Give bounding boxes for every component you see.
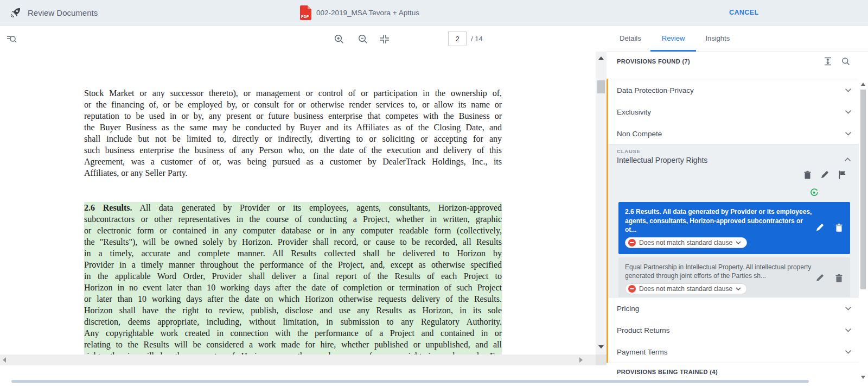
scroll-right-arrow-icon[interactable] <box>579 357 583 363</box>
match-status-label: Does not match standard clause <box>639 285 732 293</box>
review-documents-screen: Review Documents PDF 002-2019_MSA Tevora… <box>0 0 868 386</box>
provision-row-pricing[interactable]: Pricing <box>608 298 859 319</box>
provision-list-bottom: PricingProduct ReturnsPayment Terms <box>608 298 859 363</box>
doc-line-highlighted: in the applicable Word Order, Provider s… <box>84 270 502 282</box>
match-excerpt: Equal Partnership in Intellectual Proper… <box>625 263 814 281</box>
scrollbar-corner <box>596 355 607 365</box>
delete-clause-icon[interactable] <box>803 170 812 179</box>
doc-line: or the financing of, or be employed by, … <box>84 99 502 110</box>
doc-line-highlighted: relating to the Results will be consider… <box>84 339 502 350</box>
fit-to-screen-icon[interactable] <box>379 33 391 45</box>
provision-row-data-protection-privacy[interactable]: Data Protection-Privacy <box>608 79 859 101</box>
document-search-icon[interactable] <box>5 33 17 45</box>
doc-line-highlighted: Horizon shall have the right to review, … <box>84 305 502 316</box>
provision-list-top: Data Protection-PrivacyExclusivityNon Co… <box>608 79 859 144</box>
doc-line-highlighted: subcontractors or other representatives … <box>84 213 502 225</box>
zoom-in-icon[interactable] <box>333 33 345 45</box>
highlighted-paragraph: 2.6 Results. All data generated by Provi… <box>84 202 502 362</box>
delete-match-icon[interactable] <box>835 274 843 282</box>
train-provision-icon[interactable] <box>809 188 819 197</box>
horizontal-scrollbar[interactable] <box>0 355 596 365</box>
chevron-down-icon <box>845 306 852 311</box>
provision-label: Non Compete <box>617 130 662 138</box>
clause-title: Intellectual Property Rights <box>617 156 707 164</box>
search-icon[interactable] <box>841 57 850 66</box>
doc-line-highlighted: in a timely, accurate and complete manne… <box>84 248 502 259</box>
match-status-dropdown[interactable]: Does not match standard clause <box>625 283 747 294</box>
edit-match-icon[interactable] <box>816 223 824 232</box>
provisions-trained-header: PROVISIONS BEING TRAINED (4) <box>617 369 718 375</box>
pdf-file-icon: PDF <box>300 5 311 20</box>
provision-row-non-compete[interactable]: Non Compete <box>608 123 859 144</box>
document-paragraph: Stock Market or any successor thereto), … <box>84 87 502 179</box>
zoom-out-icon[interactable] <box>357 33 369 45</box>
chevron-down-icon <box>845 110 852 114</box>
scroll-down-arrow-icon[interactable] <box>861 376 865 379</box>
delete-match-icon[interactable] <box>835 223 843 232</box>
document-name: 002-2019_MSA Tevora + Apttus <box>316 9 419 17</box>
edit-match-icon[interactable] <box>816 274 824 282</box>
scroll-up-arrow-icon[interactable] <box>861 83 865 86</box>
scrollbar-thumb[interactable] <box>860 90 866 289</box>
doc-line-highlighted: or later than 10 working days after the … <box>84 293 502 305</box>
doc-line-highlighted: 2.6 Results. All data generated by Provi… <box>84 202 502 213</box>
clause-kicker: CLAUSE <box>617 148 641 154</box>
tab-insights[interactable]: Insights <box>705 26 730 51</box>
doc-line: the Buyer Business as the same may be co… <box>84 122 502 133</box>
topbar: Review Documents PDF 002-2019_MSA Tevora… <box>0 0 868 26</box>
doc-line-highlighted: discretion, deems appropriate, including… <box>84 316 502 327</box>
doc-line: Agreement, was a customer of or, was bei… <box>84 156 502 167</box>
document-page: Stock Market or any successor thereto), … <box>0 52 596 365</box>
clause-match-card[interactable]: Equal Partnership in Intellectual Proper… <box>618 257 850 300</box>
flag-clause-icon[interactable] <box>838 170 846 179</box>
review-panel: DetailsReviewInsights PROVISIONS FOUND (… <box>607 26 868 386</box>
doc-line: reputation to be used in or by, any pres… <box>84 110 502 122</box>
match-status-label: Does not match standard clause <box>639 239 732 246</box>
doc-line: Stock Market or any successor thereto), … <box>84 87 502 99</box>
chevron-down-icon <box>845 328 852 332</box>
scroll-left-arrow-icon[interactable] <box>3 357 6 363</box>
chevron-down-icon <box>845 88 852 92</box>
match-excerpt: 2.6 Results. All data generated by Provi… <box>625 207 814 235</box>
page-title: Review Documents <box>28 8 98 17</box>
provision-row-payment-terms[interactable]: Payment Terms <box>608 341 859 363</box>
doc-line-highlighted: or electronic form or contained in any c… <box>84 225 502 236</box>
scroll-up-arrow-icon[interactable] <box>598 56 604 60</box>
edit-clause-icon[interactable] <box>821 170 829 179</box>
provision-label: Pricing <box>617 305 639 313</box>
doc-line-highlighted: Provider in a timely manner throughout t… <box>84 259 502 270</box>
chevron-down-icon <box>736 241 741 244</box>
chevron-down-icon <box>845 131 852 136</box>
provision-label: Payment Terms <box>617 348 668 356</box>
doc-line-highlighted: Horizon in no event later than 10 workin… <box>84 282 502 293</box>
provisions-found-header: PROVISIONS FOUND (7) <box>617 58 690 65</box>
page-number-input[interactable] <box>448 31 467 46</box>
panel-vertical-scrollbar[interactable] <box>596 52 607 355</box>
cancel-button[interactable]: CANCEL <box>729 0 758 25</box>
scroll-to-provision-icon[interactable] <box>824 57 832 66</box>
window-vertical-scrollbar[interactable] <box>859 52 868 386</box>
no-match-icon <box>628 239 636 246</box>
provision-label: Data Protection-Privacy <box>617 86 694 94</box>
doc-line-highlighted: Any copyrightable work created in connec… <box>84 327 502 339</box>
match-status-dropdown[interactable]: Does not match standard clause <box>625 237 747 248</box>
scrollbar-thumb[interactable] <box>597 80 605 93</box>
window-bottom-scrollbar[interactable] <box>11 380 809 383</box>
panel-tabs: DetailsReviewInsights <box>607 26 868 52</box>
scroll-down-arrow-icon[interactable] <box>598 345 604 349</box>
doc-line-highlighted: the "Results"), will be owned solely by … <box>84 236 502 248</box>
doc-line: shall include but not be limited to, dir… <box>84 133 502 144</box>
viewer-toolbar: / 14 <box>0 26 596 52</box>
provision-row-product-returns[interactable]: Product Returns <box>608 319 859 341</box>
clause-match-card-selected[interactable]: 2.6 Results. All data generated by Provi… <box>618 202 850 254</box>
tab-review[interactable]: Review <box>662 26 685 51</box>
provision-row-exclusivity[interactable]: Exclusivity <box>608 101 859 123</box>
chevron-up-icon[interactable] <box>844 157 851 162</box>
chevron-down-icon <box>736 287 741 290</box>
clause-section-intellectual-property[interactable]: CLAUSE Intellectual Property Rights <box>608 144 859 298</box>
provision-label: Product Returns <box>617 326 670 334</box>
chevron-down-icon <box>845 350 852 354</box>
doc-line: Affiliates, or any Seller Party. <box>84 167 502 179</box>
doc-line: such business enterprise the business of… <box>84 144 502 156</box>
tab-details[interactable]: Details <box>620 26 641 51</box>
